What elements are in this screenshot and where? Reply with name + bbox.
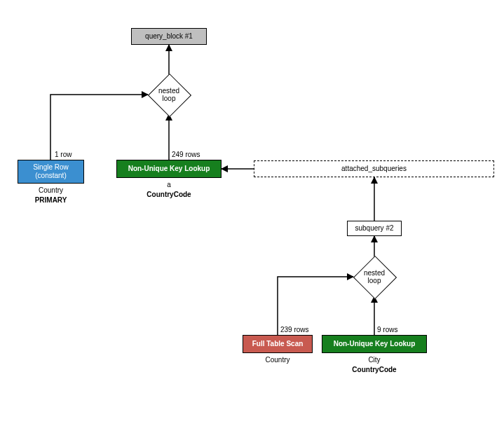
single-row-node: Single Row (constant) [18, 160, 84, 184]
nukl-bot-node: Non-Unique Key Lookup [322, 335, 427, 353]
single-row-l1: Single Row [33, 163, 69, 172]
full-table-scan-edge-label: 239 rows [280, 326, 322, 334]
attached-subqueries-node: attached_subqueries [254, 160, 494, 177]
nukl-bot-label: Non-Unique Key Lookup [334, 340, 416, 348]
nested-loop-bot: nested loop [353, 256, 395, 298]
query-block-node: query_block #1 [131, 28, 207, 45]
nukl-bot-below1: City [322, 356, 427, 364]
nukl-bot-edge-label: 9 rows [377, 326, 412, 334]
subquery-node: subquery #2 [347, 221, 402, 236]
nested-loop-bot-l2: loop [368, 277, 381, 284]
nested-loop-top: nested loop [148, 74, 190, 116]
nukl-top-node: Non-Unique Key Lookup [116, 160, 222, 178]
single-row-l2: (constant) [35, 172, 66, 180]
query-block-label: query_block #1 [145, 32, 193, 41]
single-row-below2: PRIMARY [18, 196, 84, 204]
single-row-edge-label: 1 row [55, 151, 90, 158]
nukl-top-label: Non-Unique Key Lookup [128, 165, 210, 173]
full-table-scan-below1: Country [243, 356, 313, 364]
nukl-top-edge-label: 249 rows [172, 151, 214, 158]
full-table-scan-label: Full Table Scan [252, 340, 304, 348]
nukl-bot-below2: CountryCode [322, 366, 427, 373]
edges-layer [0, 0, 504, 433]
nested-loop-top-l1: nested [158, 87, 179, 95]
nukl-top-below2: CountryCode [116, 191, 222, 198]
full-table-scan-node: Full Table Scan [243, 335, 313, 353]
nested-loop-top-l2: loop [163, 95, 176, 102]
nukl-top-below1: a [116, 181, 222, 188]
attached-subqueries-label: attached_subqueries [341, 165, 407, 173]
nested-loop-bot-l1: nested [364, 269, 385, 277]
single-row-below1: Country [18, 186, 84, 194]
subquery-label: subquery #2 [355, 224, 393, 233]
